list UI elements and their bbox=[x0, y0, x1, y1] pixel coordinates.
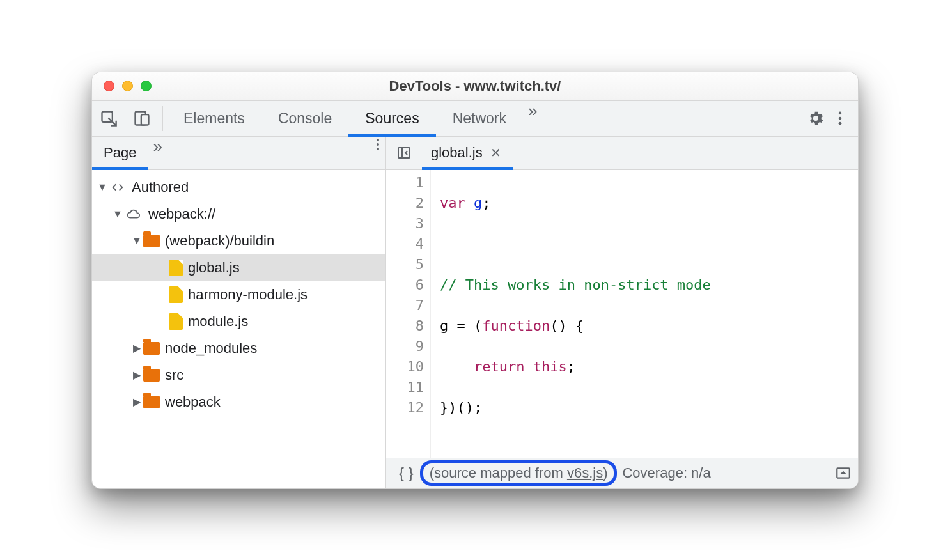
svg-point-8 bbox=[377, 148, 379, 150]
svg-rect-2 bbox=[141, 114, 149, 125]
file-icon bbox=[169, 260, 183, 276]
svg-point-7 bbox=[377, 143, 379, 146]
cloud-icon bbox=[124, 207, 143, 221]
tab-network[interactable]: Network bbox=[436, 101, 523, 136]
navigator-pane: Page » ▼ Authored ▼ webpack:// bbox=[92, 137, 386, 488]
tree-node-webpack-scheme-label: webpack:// bbox=[148, 206, 215, 222]
folder-icon bbox=[143, 235, 160, 247]
devtools-window: DevTools - www.twitch.tv/ Elements Conso… bbox=[91, 72, 859, 489]
close-tab-icon[interactable]: ✕ bbox=[490, 145, 501, 160]
tree-group-authored-label: Authored bbox=[132, 179, 189, 196]
tab-console-label: Console bbox=[278, 110, 332, 127]
more-tabs-button[interactable]: » bbox=[523, 101, 542, 136]
navigator-tab-page-label: Page bbox=[104, 144, 136, 161]
navigator-menu-icon[interactable] bbox=[370, 137, 385, 169]
svg-point-5 bbox=[839, 122, 842, 125]
chevron-right-icon: ▶ bbox=[130, 342, 143, 354]
navigator-tab-strip: Page » bbox=[92, 137, 385, 170]
main-tab-strip: Elements Console Sources Network » bbox=[92, 101, 858, 137]
chevron-down-icon: ▼ bbox=[111, 208, 124, 220]
folder-icon bbox=[143, 369, 160, 382]
svg-point-4 bbox=[839, 117, 842, 120]
tree-folder-webpack[interactable]: ▶ webpack bbox=[92, 389, 385, 416]
svg-rect-9 bbox=[398, 148, 410, 158]
editor-pane: global.js ✕ 1 2 3 4 5 6 7 8 9 10 11 1 bbox=[386, 137, 858, 488]
tree-folder-buildin[interactable]: ▼ (webpack)/buildin bbox=[92, 228, 385, 254]
svg-point-3 bbox=[839, 112, 842, 115]
tree-group-authored[interactable]: ▼ Authored bbox=[92, 174, 385, 201]
tree-folder-buildin-label: (webpack)/buildin bbox=[165, 233, 274, 249]
tab-network-label: Network bbox=[453, 110, 506, 127]
file-tree: ▼ Authored ▼ webpack:// ▼ (webpack)/buil… bbox=[92, 170, 385, 488]
navigator-tab-page[interactable]: Page bbox=[92, 137, 148, 169]
kebab-menu-icon[interactable] bbox=[831, 109, 849, 127]
folder-icon bbox=[143, 342, 160, 355]
tab-sources-label: Sources bbox=[365, 110, 419, 127]
tree-folder-node-modules-label: node_modules bbox=[165, 340, 257, 357]
code-content: var g; // This works in non-strict mode … bbox=[431, 170, 787, 458]
tab-sources[interactable]: Sources bbox=[348, 101, 435, 136]
editor-status-bar: { } (source mapped from v6s.js) Coverage… bbox=[386, 458, 858, 488]
source-map-link[interactable]: v6s.js bbox=[567, 465, 603, 481]
code-editor[interactable]: 1 2 3 4 5 6 7 8 9 10 11 12 var g; // Thi… bbox=[386, 170, 858, 458]
tree-file-module[interactable]: module.js bbox=[92, 308, 385, 335]
code-icon bbox=[109, 180, 127, 194]
tree-file-harmony[interactable]: harmony-module.js bbox=[92, 281, 385, 308]
file-icon bbox=[169, 286, 183, 303]
svg-point-6 bbox=[377, 139, 379, 141]
editor-tab-global-label: global.js bbox=[431, 144, 483, 161]
tab-elements-label: Elements bbox=[183, 110, 245, 127]
editor-tab-strip: global.js ✕ bbox=[386, 137, 858, 170]
chevron-right-icon: ▶ bbox=[130, 396, 143, 408]
tab-console[interactable]: Console bbox=[261, 101, 348, 136]
titlebar: DevTools - www.twitch.tv/ bbox=[92, 72, 858, 101]
coverage-indicator: Coverage: n/a bbox=[622, 465, 710, 481]
chevron-down-icon: ▼ bbox=[130, 235, 143, 247]
folder-icon bbox=[143, 396, 160, 408]
chevron-down-icon: ▼ bbox=[96, 182, 109, 193]
toggle-sidebar-icon[interactable] bbox=[386, 137, 422, 169]
navigator-more-tabs[interactable]: » bbox=[148, 137, 167, 169]
divider bbox=[162, 106, 163, 131]
device-toolbar-icon[interactable] bbox=[125, 101, 159, 136]
tree-file-global[interactable]: global.js bbox=[92, 254, 385, 281]
tree-folder-webpack-label: webpack bbox=[165, 394, 221, 410]
tree-folder-src[interactable]: ▶ src bbox=[92, 362, 385, 389]
pretty-print-icon[interactable]: { } bbox=[393, 464, 420, 482]
tree-file-module-label: module.js bbox=[188, 313, 248, 330]
file-icon bbox=[169, 313, 183, 330]
tab-elements[interactable]: Elements bbox=[167, 101, 261, 136]
show-console-icon[interactable] bbox=[835, 465, 852, 481]
window-title: DevTools - www.twitch.tv/ bbox=[92, 78, 858, 95]
tree-folder-src-label: src bbox=[165, 367, 183, 384]
tree-node-webpack-scheme[interactable]: ▼ webpack:// bbox=[92, 201, 385, 228]
chevron-right-icon: ▶ bbox=[130, 369, 143, 381]
editor-tab-global[interactable]: global.js ✕ bbox=[422, 137, 513, 169]
tree-file-global-label: global.js bbox=[188, 260, 240, 276]
tree-folder-node-modules[interactable]: ▶ node_modules bbox=[92, 335, 385, 362]
line-gutter: 1 2 3 4 5 6 7 8 9 10 11 12 bbox=[386, 170, 431, 458]
source-map-indicator[interactable]: (source mapped from v6s.js) bbox=[420, 460, 618, 486]
inspect-element-icon[interactable] bbox=[92, 101, 125, 136]
settings-icon[interactable] bbox=[807, 109, 825, 127]
tree-file-harmony-label: harmony-module.js bbox=[188, 286, 308, 303]
